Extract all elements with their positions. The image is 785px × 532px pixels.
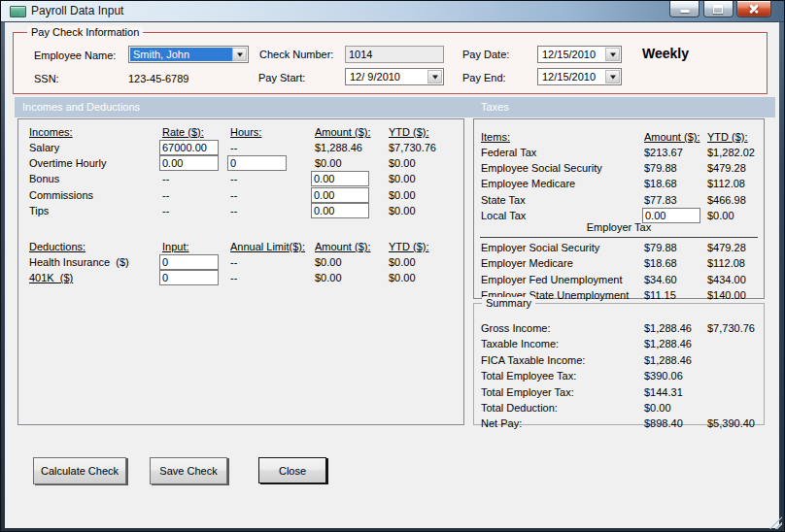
pay-date-datepicker[interactable]: 12/15/2010 xyxy=(537,46,622,63)
value-input[interactable] xyxy=(159,270,219,285)
rate-cell: -- xyxy=(162,173,169,184)
titlebar[interactable]: Payroll Data Input xyxy=(1,1,784,22)
table-row: Bonus----$0.00 xyxy=(18,172,463,187)
ytd-cell: $112.08 xyxy=(707,178,745,189)
ytd-cell: $434.00 xyxy=(707,274,746,285)
table-row: Total Employee Tax:$390.06 xyxy=(474,369,764,384)
table-row: Commissions----$0.00 xyxy=(18,188,463,204)
pay-date-value: 12/15/2010 xyxy=(539,48,605,61)
table-row: FICA Taxable Income:$1,288.46 xyxy=(474,353,764,369)
value-input[interactable] xyxy=(159,254,219,270)
calculate-check-button[interactable]: Calculate Check xyxy=(33,457,126,484)
window-close-button[interactable] xyxy=(736,1,771,17)
amount-cell: $18.68 xyxy=(644,178,677,189)
save-check-button[interactable]: Save Check xyxy=(150,457,227,484)
section-band: Incomes and Deductions Taxes xyxy=(15,97,775,117)
column-header: Input: xyxy=(162,241,189,252)
pay-date-dropdown-button[interactable] xyxy=(605,48,620,61)
minimize-button[interactable] xyxy=(669,1,700,17)
summary-legend: Summary xyxy=(482,297,535,309)
label-cell: Total Employer Tax: xyxy=(481,386,574,398)
label-cell: Gross Income: xyxy=(481,322,551,334)
label-cell[interactable]: 401K ($) xyxy=(29,272,73,283)
column-header: Amount ($): xyxy=(315,241,370,252)
maximize-icon xyxy=(713,5,723,14)
amount-input[interactable] xyxy=(642,208,700,223)
hours-cell: -- xyxy=(230,205,237,216)
table-row: Taxable Income:$1,288.46 xyxy=(474,337,764,352)
label-cell: Total Deduction: xyxy=(481,402,558,414)
rate-input[interactable] xyxy=(159,140,219,155)
amount-input[interactable] xyxy=(311,203,369,218)
label-cell: Employer Medicare xyxy=(481,257,573,269)
employee-name-value: Smith, John xyxy=(130,48,232,61)
employee-name-dropdown-button[interactable] xyxy=(232,48,247,61)
column-header: YTD ($): xyxy=(389,241,429,252)
ytd-cell: $5,390.40 xyxy=(707,417,755,429)
table-row: Health Insurance ($)--$0.00$0.00 xyxy=(18,255,463,271)
amount-cell: $1,288.46 xyxy=(644,322,692,334)
label-cell: State Tax xyxy=(481,194,526,206)
ytd-cell: $0.00 xyxy=(389,256,416,268)
pay-end-datepicker[interactable]: 12/15/2010 xyxy=(537,68,622,85)
chevron-down-icon xyxy=(610,53,616,57)
header-row: Deductions:Input:Annual Limit($):Amount … xyxy=(18,240,463,255)
table-row: Tips----$0.00 xyxy=(18,204,463,219)
amount-cell: $34.60 xyxy=(644,274,677,285)
pay-date-label: Pay Date: xyxy=(462,49,509,60)
ytd-cell: $1,282.02 xyxy=(707,147,755,158)
column-header: YTD ($): xyxy=(389,126,429,138)
label-cell: Health Insurance ($) xyxy=(29,256,129,268)
label-cell: Net Pay: xyxy=(481,417,522,429)
check-number-input[interactable] xyxy=(345,46,444,63)
label-cell: FICA Taxable Income: xyxy=(481,354,585,366)
hours-input[interactable] xyxy=(227,155,287,171)
label-cell: Local Tax xyxy=(481,210,526,221)
close-button[interactable]: Close xyxy=(258,457,326,483)
table-row: Salary--$1,288.46$7,730.76 xyxy=(18,141,463,156)
rate-input[interactable] xyxy=(159,155,219,171)
amount-cell: $0.00 xyxy=(315,256,342,268)
taxes-panel: Employer Tax Items:Amount ($):YTD ($):Fe… xyxy=(473,118,765,299)
ytd-cell: $140.00 xyxy=(707,289,746,301)
table-row: Employer Medicare$18.68$112.08 xyxy=(474,256,764,272)
label-cell: Commissions xyxy=(29,189,93,201)
chevron-down-icon xyxy=(432,76,438,80)
rate-cell: -- xyxy=(162,189,169,201)
ssn-label: SSN: xyxy=(34,73,59,84)
hours-cell: -- xyxy=(230,173,237,184)
minimize-icon xyxy=(680,10,689,13)
table-row: Total Employer Tax:$144.31 xyxy=(474,385,764,401)
amount-input[interactable] xyxy=(311,187,369,203)
app-window: Payroll Data Input Pay Check Information… xyxy=(0,0,785,532)
ytd-cell: $0.00 xyxy=(707,210,734,221)
table-row: State Tax$77.83$466.98 xyxy=(474,193,764,209)
pay-start-label: Pay Start: xyxy=(258,72,305,83)
amount-input[interactable] xyxy=(311,171,369,186)
label-cell: Federal Tax xyxy=(481,147,536,158)
pay-end-dropdown-button[interactable] xyxy=(605,70,620,83)
column-header: Deductions: xyxy=(29,241,85,252)
employee-name-select[interactable]: Smith, John xyxy=(128,46,249,63)
window-title: Payroll Data Input xyxy=(31,4,123,17)
table-row: Employer Social Security$79.88$479.28 xyxy=(474,241,764,256)
column-header: Amount ($): xyxy=(644,131,700,143)
label-cell: Employer Fed Unemployment xyxy=(481,274,623,285)
maximize-button[interactable] xyxy=(703,1,734,17)
rate-cell: -- xyxy=(162,205,169,216)
ssn-value: 123-45-6789 xyxy=(128,73,188,84)
ytd-cell: $479.28 xyxy=(707,242,746,253)
ytd-cell: $0.00 xyxy=(389,272,416,283)
amount-cell: $1,288.46 xyxy=(315,142,362,153)
amount-cell: $18.68 xyxy=(644,257,677,269)
pay-start-datepicker[interactable]: 12/ 9/2010 xyxy=(345,68,444,85)
pay-start-dropdown-button[interactable] xyxy=(427,70,442,83)
ytd-cell: $7,730.76 xyxy=(707,322,755,334)
label-cell: Salary xyxy=(29,142,59,153)
ytd-cell: $479.28 xyxy=(707,162,746,174)
label-cell: Employee Medicare xyxy=(481,178,575,189)
hours-cell: -- xyxy=(230,189,237,201)
taxes-section-title: Taxes xyxy=(481,101,509,113)
amount-cell: $79.88 xyxy=(644,162,677,174)
label-cell: Taxable Income: xyxy=(481,338,559,349)
